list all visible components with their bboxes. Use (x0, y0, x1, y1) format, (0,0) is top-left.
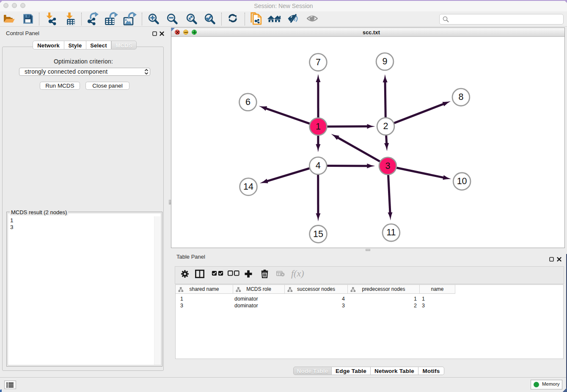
svg-text:4: 4 (316, 160, 321, 171)
svg-text:7: 7 (316, 57, 321, 67)
svg-text:3: 3 (385, 161, 390, 171)
svg-text:1: 1 (316, 121, 321, 132)
svg-text:14: 14 (243, 182, 253, 192)
svg-text:11: 11 (386, 227, 396, 237)
svg-text:10: 10 (457, 176, 467, 186)
svg-text:8: 8 (458, 92, 463, 102)
svg-text:6: 6 (245, 97, 250, 107)
svg-text:2: 2 (383, 121, 388, 131)
svg-text:9: 9 (383, 56, 388, 66)
svg-text:15: 15 (313, 229, 323, 239)
